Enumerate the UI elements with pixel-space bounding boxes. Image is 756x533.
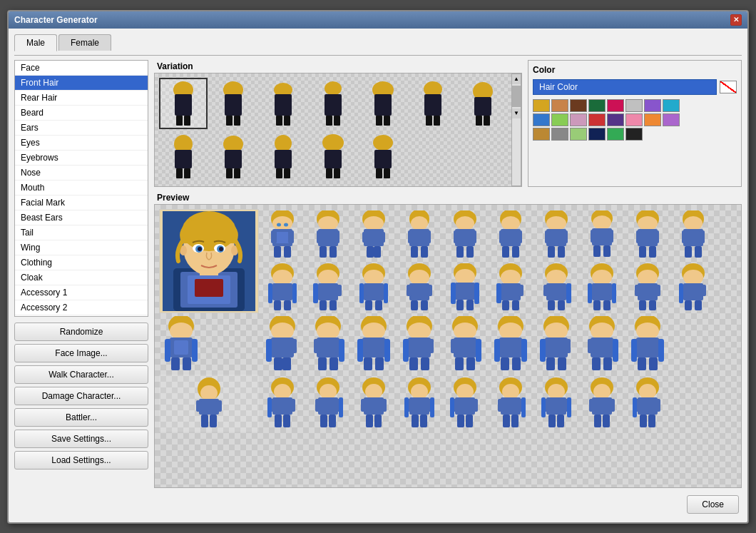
- tab-female[interactable]: Female: [58, 34, 111, 51]
- svg-point-344: [456, 384, 474, 400]
- walk-character-button[interactable]: Walk Character...: [14, 365, 148, 384]
- swatch-red[interactable]: [588, 113, 606, 126]
- battler-button[interactable]: Battler...: [14, 408, 148, 427]
- color-grid: [533, 99, 737, 141]
- load-settings-button[interactable]: Load Settings...: [14, 451, 148, 469]
- swatch-light-green[interactable]: [570, 128, 587, 141]
- svg-rect-22: [426, 116, 432, 126]
- scroll-up-arrow[interactable]: ▲: [512, 74, 521, 84]
- category-mouth[interactable]: Mouth: [15, 181, 148, 196]
- variation-cell-12[interactable]: [359, 131, 407, 182]
- variation-cell-5[interactable]: [359, 78, 407, 129]
- swatch-dark-brown[interactable]: [570, 99, 587, 112]
- variation-label: Variation: [154, 60, 522, 73]
- svg-point-255: [408, 323, 431, 340]
- category-cloak[interactable]: Cloak: [15, 270, 148, 285]
- svg-rect-341: [404, 397, 409, 417]
- variation-cell-3[interactable]: [259, 78, 307, 129]
- scroll-down-arrow[interactable]: ▼: [512, 108, 521, 118]
- variation-cell-11[interactable]: [309, 131, 357, 182]
- category-beard[interactable]: Beard: [15, 106, 148, 121]
- swatch-cyan[interactable]: [663, 99, 680, 112]
- swatch-gray[interactable]: [551, 128, 568, 141]
- category-ears[interactable]: Ears: [15, 121, 148, 136]
- hair-color-selector[interactable]: Hair Color: [533, 79, 717, 95]
- swatch-pink-light[interactable]: [570, 113, 587, 126]
- swatch-amber[interactable]: [533, 128, 550, 141]
- swatch-pink[interactable]: [625, 113, 643, 126]
- svg-rect-358: [521, 397, 526, 417]
- svg-rect-93: [411, 246, 418, 258]
- variation-cell-7[interactable]: [459, 78, 507, 129]
- variation-grid[interactable]: [155, 73, 511, 186]
- variation-container: Variation: [154, 60, 522, 187]
- category-face[interactable]: Face: [15, 61, 148, 76]
- category-glasses[interactable]: Glasses: [15, 315, 148, 317]
- svg-rect-47: [384, 168, 390, 178]
- preview-panel[interactable]: // We'll generate these inline below: [154, 204, 742, 488]
- swatch-green[interactable]: [607, 128, 624, 141]
- svg-rect-310: [210, 415, 217, 427]
- tab-male[interactable]: Male: [14, 34, 57, 51]
- category-rear-hair[interactable]: Rear Hair: [15, 91, 148, 106]
- svg-rect-17: [374, 94, 392, 116]
- svg-rect-18: [376, 116, 382, 126]
- category-facial-mark[interactable]: Facial Mark: [15, 196, 148, 210]
- variation-cell-selected[interactable]: [159, 78, 208, 129]
- swatch-black[interactable]: [625, 128, 643, 141]
- swatch-dark-purple[interactable]: [607, 113, 624, 126]
- category-tail[interactable]: Tail: [15, 225, 148, 240]
- swatch-magenta[interactable]: [607, 99, 624, 112]
- svg-rect-265: [451, 339, 458, 353]
- swatch-lime[interactable]: [551, 113, 568, 126]
- variation-cell-10[interactable]: [259, 131, 307, 182]
- swatch-purple[interactable]: [644, 99, 661, 112]
- title-close-button[interactable]: ✕: [730, 14, 742, 26]
- category-front-hair[interactable]: Front Hair: [15, 76, 148, 91]
- no-color-swatch[interactable]: [720, 81, 737, 93]
- variation-cell-9[interactable]: [209, 131, 257, 182]
- category-clothing[interactable]: Clothing: [15, 255, 148, 270]
- category-eyebrows[interactable]: Eyebrows: [15, 151, 148, 166]
- category-accessory2[interactable]: Accessory 2: [15, 300, 148, 315]
- svg-rect-290: [588, 339, 595, 353]
- swatch-blue[interactable]: [533, 113, 550, 126]
- variation-scrollbar[interactable]: ▲ ▼: [511, 73, 521, 186]
- category-list[interactable]: Face Front Hair Rear Hair Beard Ears Eye…: [14, 60, 148, 317]
- variation-cell-2[interactable]: [209, 78, 257, 129]
- scroll-thumb[interactable]: [512, 86, 521, 107]
- preview-sprite-r2c3: [352, 262, 396, 313]
- preview-sprite-r2c8: [580, 262, 624, 313]
- variation-cell-6[interactable]: [409, 78, 457, 129]
- face-image-button[interactable]: Face Image...: [14, 344, 148, 362]
- close-button[interactable]: Close: [687, 495, 739, 514]
- preview-sprite-r3c6: [443, 315, 487, 373]
- category-wing[interactable]: Wing: [15, 240, 148, 255]
- damage-character-button[interactable]: Damage Character...: [14, 387, 148, 405]
- swatch-light-gray[interactable]: [625, 99, 643, 112]
- swatch-lavender[interactable]: [663, 113, 680, 126]
- category-nose[interactable]: Nose: [15, 166, 148, 181]
- swatch-orange[interactable]: [644, 113, 661, 126]
- variation-cell-4[interactable]: [309, 78, 357, 129]
- swatch-orange-brown[interactable]: [551, 99, 568, 112]
- swatch-golden[interactable]: [533, 99, 550, 112]
- svg-rect-349: [466, 415, 473, 427]
- svg-rect-307: [196, 400, 202, 412]
- category-beast-ears[interactable]: Beast Ears: [15, 210, 148, 225]
- category-eyes[interactable]: Eyes: [15, 136, 148, 151]
- svg-point-280: [545, 323, 568, 340]
- preview-grid: // We'll generate these inline below: [155, 205, 741, 436]
- category-accessory1[interactable]: Accessory 1: [15, 285, 148, 300]
- svg-rect-345: [455, 397, 475, 415]
- swatch-dark-green[interactable]: [588, 99, 606, 112]
- variation-cell-8[interactable]: [159, 131, 208, 182]
- save-settings-button[interactable]: Save Settings...: [14, 430, 148, 448]
- swatch-navy[interactable]: [588, 128, 606, 141]
- randomize-button[interactable]: Randomize: [14, 323, 148, 341]
- preview-sprite-r1c9: [625, 209, 670, 260]
- svg-rect-374: [603, 415, 610, 427]
- svg-rect-348: [457, 415, 464, 427]
- preview-sprite-bottom-9: [580, 375, 624, 432]
- svg-rect-29: [175, 150, 192, 168]
